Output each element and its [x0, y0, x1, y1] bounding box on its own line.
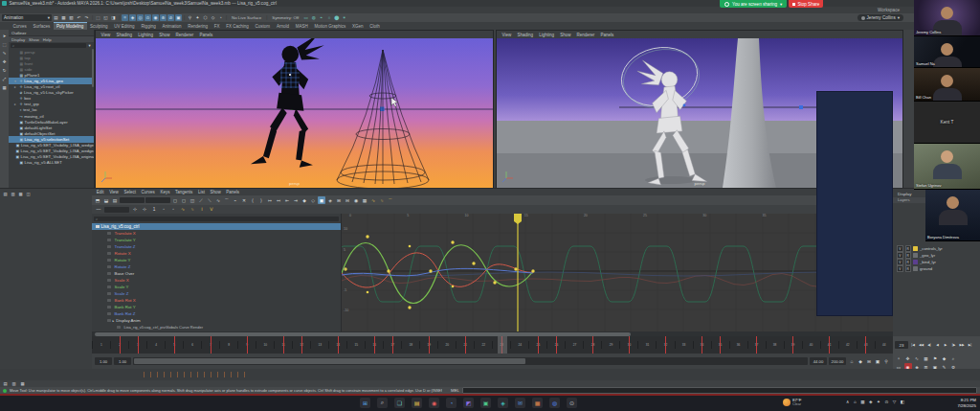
channel-toggle[interactable] — [107, 306, 111, 309]
graph-tool-icon[interactable]: ⟨ — [249, 196, 256, 204]
graph-editor-menu-item[interactable]: List — [195, 190, 208, 194]
frame-tick[interactable]: 13 — [310, 341, 328, 349]
frame-tick[interactable]: 15 — [346, 341, 365, 349]
status-icon[interactable]: ⚲ — [187, 14, 193, 21]
frame-tick[interactable]: 38 — [766, 341, 784, 349]
render-icon[interactable]: ⬤ — [333, 14, 340, 21]
graph-tool-icon[interactable]: ⊟ — [344, 196, 351, 204]
screen-sharing-pill[interactable]: You are screen sharing ▾ — [720, 0, 787, 8]
graph-tool-icon[interactable]: — — [95, 206, 102, 214]
status-icon[interactable]: | — [118, 14, 121, 21]
command-bar-icon[interactable]: ▦ — [19, 380, 26, 387]
taskbar-app-icon[interactable]: ▤ — [412, 398, 422, 408]
graph-editor-menu-item[interactable]: Show — [208, 190, 224, 194]
frame-tick[interactable]: 20 — [437, 341, 456, 349]
viewport-canvas-left[interactable]: persp — [96, 38, 493, 188]
status-icon[interactable]: | — [91, 14, 94, 21]
taskbar-app-icon[interactable]: ⊙ — [567, 398, 577, 408]
status-icon[interactable]: ◈ — [129, 14, 136, 21]
timeline-playhead[interactable] — [498, 336, 507, 354]
channel-row[interactable]: Scale Y — [92, 284, 341, 290]
graph-tool-icon[interactable]: ↤ — [275, 196, 282, 204]
expand-icon[interactable]: ▾ — [14, 80, 18, 83]
channel-row[interactable]: Translate X — [92, 230, 341, 237]
viewport-menu-item[interactable]: View — [500, 33, 514, 37]
transport-button[interactable]: ▶ — [942, 341, 949, 350]
filter-icon[interactable]: ▾ — [87, 43, 92, 48]
channel-toggle[interactable] — [107, 252, 111, 256]
playback-option-icon[interactable]: ⊞ — [865, 357, 873, 365]
taskbar-app-icon[interactable]: ✉ — [515, 398, 525, 408]
shelf-tab[interactable]: Rigging — [138, 23, 159, 30]
shelf-tab[interactable]: XGen — [349, 23, 367, 30]
graph-editor-menu-item[interactable]: Edit — [94, 190, 106, 194]
range-slider[interactable] — [133, 357, 808, 365]
display-layer-row[interactable]: V R _controls_lyr — [893, 245, 980, 252]
tool-icon[interactable]: ✥ — [1, 58, 8, 65]
anim-tool-icon[interactable]: ∿ — [913, 354, 921, 362]
graph-tool-icon[interactable]: ◦ — [160, 206, 167, 214]
outliner-menu-item[interactable]: Show — [29, 37, 39, 42]
graph-editor-curve-area[interactable]: 051015202530354045 1050-5-10 — [342, 214, 893, 331]
channel-toggle[interactable] — [107, 299, 111, 303]
graph-editor-menu-item[interactable]: Panels — [224, 190, 242, 194]
taskbar-app-icon[interactable]: ⌕ — [377, 398, 388, 408]
frame-tick[interactable]: 8 — [219, 341, 237, 349]
sharing-menu-icon[interactable]: ▾ — [780, 2, 782, 7]
status-icon[interactable]: ✦ — [194, 14, 201, 21]
frame-tick[interactable]: 42 — [838, 341, 857, 349]
graph-tool-icon[interactable]: Ⅴ — [208, 206, 215, 214]
panel-icon[interactable]: ▤ — [2, 191, 9, 197]
status-icon[interactable]: ↶ — [76, 14, 82, 21]
anim-tool-icon[interactable]: ◆ — [941, 354, 948, 362]
channel-row[interactable]: Bank Rot Y — [92, 304, 341, 310]
channel-row[interactable]: Lisa_rig_v5:cog_ctrl_pivGlobals Curve Re… — [92, 324, 341, 331]
shelf-tab[interactable]: Cloth — [367, 23, 383, 30]
shelf-tab[interactable]: MASH — [292, 23, 311, 30]
anim-tool-icon[interactable]: ✥ — [904, 354, 912, 362]
shelf-tab[interactable]: Custom — [252, 23, 273, 30]
render-icon[interactable]: ◓ — [318, 14, 324, 21]
layer-visibility-toggle[interactable]: V — [897, 245, 903, 252]
shelf-tab[interactable]: Arnold — [274, 23, 293, 30]
channel-toggle[interactable] — [107, 232, 111, 236]
graph-tool-icon[interactable]: ⟋ — [197, 196, 205, 204]
tool-icon[interactable]: ⤢ — [1, 76, 8, 82]
tool-icon[interactable]: ▦ — [1, 84, 8, 91]
graph-tool-icon[interactable]: ⬒ — [94, 196, 101, 204]
current-frame-field[interactable]: 23 — [895, 341, 908, 349]
frame-tick[interactable]: 6 — [183, 341, 201, 349]
frame-tick[interactable]: 18 — [401, 341, 419, 349]
graph-editor-menu-item[interactable]: Keys — [158, 190, 173, 194]
frame-tick[interactable]: 4 — [146, 341, 165, 349]
layer-reference-toggle[interactable]: R — [905, 252, 912, 259]
graph-tool-icon[interactable]: ⊹ — [141, 206, 148, 214]
channel-toggle[interactable] — [107, 279, 111, 283]
frame-tick[interactable]: 44 — [875, 341, 893, 349]
playback-start-field[interactable]: 1.00 — [114, 357, 131, 365]
status-icon[interactable]: ◇ — [210, 14, 216, 21]
viewport-menu-item[interactable]: Renderer — [574, 33, 597, 37]
graph-tool-icon[interactable]: ◆ — [301, 196, 308, 204]
status-icon[interactable]: ◔ — [217, 14, 224, 21]
transport-button[interactable]: |◀ — [909, 341, 917, 350]
viewport-menu-item[interactable]: Shading — [114, 33, 135, 37]
taskbar-app-icon[interactable]: ⊞ — [360, 398, 370, 408]
stop-share-button[interactable]: Stop Share — [789, 0, 823, 8]
outliner-menu-item[interactable]: Help — [43, 37, 52, 42]
layer-visibility-toggle[interactable]: V — [897, 259, 903, 265]
layer-color-swatch[interactable] — [913, 260, 918, 264]
status-icon[interactable]: ⊘ — [167, 14, 174, 21]
shelf-tab[interactable]: Curves — [10, 23, 30, 30]
playback-option-icon[interactable]: ⌂ — [848, 357, 856, 365]
viewport-menu-item[interactable]: Panels — [598, 33, 616, 37]
channel-toggle[interactable] — [107, 245, 111, 249]
playback-option-icon[interactable]: ◆ — [857, 357, 864, 365]
user-account-chip[interactable]: Jeremy Collins ▾ — [858, 14, 903, 21]
shelf-tab[interactable]: FX Caching — [223, 23, 252, 30]
taskbar-app-icon[interactable]: ◩ — [463, 398, 474, 408]
tray-icon[interactable]: ▽ — [893, 400, 897, 404]
frame-tick[interactable]: 29 — [601, 341, 619, 349]
graph-tool-icon[interactable]: ≈ — [378, 196, 386, 204]
channel-toggle[interactable] — [107, 319, 111, 323]
